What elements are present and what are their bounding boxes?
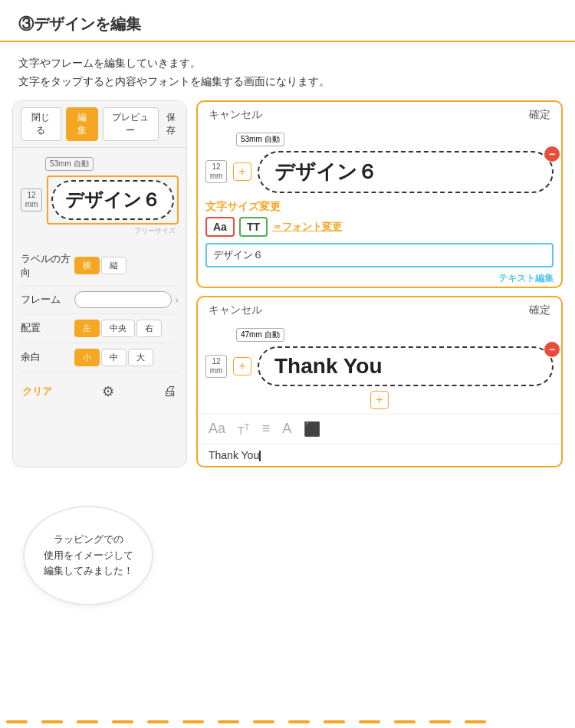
dash-gap13: [454, 720, 462, 723]
cursor: [259, 451, 261, 461]
right-panels: キャンセル 確定 53mm 自動 12mm + デザイン６ − 文字サイズ変更: [196, 100, 563, 467]
dash-1: [6, 720, 28, 723]
text-input-area[interactable]: Thank You: [198, 444, 561, 466]
option-frame: フレーム ›: [21, 286, 179, 314]
print-icon[interactable]: 🖨: [163, 383, 177, 399]
bubble-text: ラッピングでの 使用をイメージして 編集してみました！: [44, 532, 133, 579]
r-toolbar-bottom: キャンセル 確定: [198, 297, 561, 323]
option-align-label: 配置: [21, 321, 74, 335]
minus-circle-bottom[interactable]: −: [544, 342, 560, 357]
font-btn-tt[interactable]: TT: [239, 217, 268, 237]
dash-11: [359, 720, 380, 723]
page-header: ③デザインを編集: [0, 0, 575, 42]
plus-button-bottom[interactable]: +: [233, 357, 251, 375]
direction-btn-group: 横 縦: [74, 257, 127, 274]
font-buttons: Aa TT ＝フォント変更: [205, 217, 554, 237]
chevron-right-icon: ›: [175, 293, 179, 306]
bottom-dashes: [0, 716, 575, 728]
label-frame-outer[interactable]: デザイン６: [47, 175, 179, 225]
dash-gap5: [172, 720, 179, 723]
right-panel-bottom: キャンセル 確定 47mm 自動 12mm + Thank You − +: [196, 296, 563, 467]
main-content: 閉じる 編集 プレビュー 保存 53mm 自動 12mm デザイン６ フリーサイ…: [0, 100, 575, 467]
text-edit-area[interactable]: デザイン６: [205, 243, 554, 267]
icon-color[interactable]: A: [282, 421, 291, 437]
edit-button[interactable]: 編集: [66, 107, 98, 141]
r-label-frame-bottom[interactable]: Thank You −: [258, 346, 554, 386]
dash-gap2: [66, 720, 74, 723]
panel-toolbar: 閉じる 編集 プレビュー 保存: [13, 101, 186, 148]
text-edit-value: デザイン６: [213, 249, 263, 261]
align-btn-group: 左 中央 右: [74, 320, 162, 337]
bubble-line1: ラッピングでの: [54, 533, 123, 545]
mm-badge: 12mm: [21, 189, 42, 212]
save-button[interactable]: 保存: [163, 111, 179, 137]
settings-icon[interactable]: ⚙: [102, 383, 114, 400]
r-confirm-bottom[interactable]: 確定: [529, 303, 550, 317]
r-label-frame-top[interactable]: デザイン６ −: [258, 151, 554, 193]
margin-btn-group: 小 中 大: [74, 349, 153, 366]
dash-gap: [31, 720, 38, 723]
font-btn-aa[interactable]: Aa: [205, 217, 235, 237]
dash-12: [394, 720, 416, 723]
icon-align[interactable]: ≡: [262, 421, 271, 437]
r-cancel-bottom[interactable]: キャンセル: [209, 303, 262, 317]
dash-gap6: [207, 720, 215, 723]
dash-3: [77, 720, 98, 723]
align-center[interactable]: 中央: [101, 320, 135, 337]
dash-10: [324, 720, 345, 723]
bubble-line2: 使用をイメージして: [44, 549, 133, 561]
dash-gap4: [136, 720, 144, 723]
align-right[interactable]: 右: [136, 320, 162, 337]
option-frame-label: フレーム: [21, 293, 74, 307]
margin-medium[interactable]: 中: [101, 349, 127, 366]
left-panel: 閉じる 編集 プレビュー 保存 53mm 自動 12mm デザイン６ フリーサイ…: [12, 100, 187, 467]
icon-background[interactable]: ⬛: [304, 421, 320, 438]
resize-hint: フリーサイズ: [21, 225, 179, 239]
icon-font-size[interactable]: Aa: [209, 421, 225, 437]
dash-gap3: [101, 720, 109, 723]
clear-button[interactable]: クリア: [22, 385, 52, 398]
label-text-left: デザイン６: [65, 189, 160, 210]
plus-button-top[interactable]: +: [233, 162, 251, 181]
dash-13: [429, 720, 451, 723]
dash-4: [112, 720, 133, 723]
r-label-area-bottom: 47mm 自動 12mm + Thank You − +: [198, 323, 561, 414]
option-direction: ラベルの方向 横 縦: [21, 247, 179, 286]
text-edit-label-wrap: デザイン６ テキスト編集: [198, 243, 561, 285]
direction-horizontal[interactable]: 横: [74, 257, 100, 274]
option-align: 配置 左 中央 右: [21, 314, 179, 343]
direction-vertical[interactable]: 縦: [101, 257, 127, 274]
bottom-icon-bar: Aa TT ≡ A ⬛: [198, 414, 561, 444]
panel-options: ラベルの方向 横 縦 フレーム › 配置 左 中央 右: [13, 242, 186, 377]
description: 文字やフレームを編集していきます。 文字をタップすると内容やフォントを編集する画…: [0, 42, 575, 100]
margin-large[interactable]: 大: [128, 349, 153, 366]
align-left[interactable]: 左: [74, 320, 100, 337]
size-badge: 53mm 自動: [45, 157, 94, 171]
minus-circle-top[interactable]: −: [544, 146, 560, 162]
dash-5: [147, 720, 169, 723]
bubble-callout: ラッピングでの 使用をイメージして 編集してみました！: [23, 506, 153, 605]
dash-gap11: [383, 720, 391, 723]
plus-button-bottom2[interactable]: +: [370, 391, 389, 409]
page-title: ③デザインを編集: [18, 14, 557, 34]
desc-line2: 文字をタップすると内容やフォントを編集する画面になります。: [18, 73, 557, 91]
font-change-text[interactable]: ＝フォント変更: [272, 220, 342, 234]
panel-footer: クリア ⚙ 🖨: [13, 377, 186, 406]
r-mm-badge-bottom: 12mm: [205, 355, 227, 378]
preview-button[interactable]: プレビュー: [103, 107, 159, 141]
dash-gap8: [278, 720, 285, 723]
r-cancel-top[interactable]: キャンセル: [209, 108, 262, 122]
r-label-text-top: デザイン６: [274, 160, 377, 183]
font-size-label: 文字サイズ変更: [205, 200, 281, 214]
close-button[interactable]: 閉じる: [21, 107, 61, 141]
bubble-line3: 編集してみました！: [44, 565, 133, 576]
r-confirm-top[interactable]: 確定: [529, 108, 550, 122]
dash-14: [465, 720, 486, 723]
margin-small[interactable]: 小: [74, 349, 100, 366]
frame-select-box[interactable]: [74, 291, 172, 308]
dash-gap9: [313, 720, 320, 723]
icon-font-style[interactable]: TT: [238, 421, 250, 437]
r-size-badge-top: 53mm 自動: [236, 133, 284, 146]
label-row: 12mm デザイン６: [21, 175, 179, 225]
dash-gap12: [419, 720, 426, 723]
